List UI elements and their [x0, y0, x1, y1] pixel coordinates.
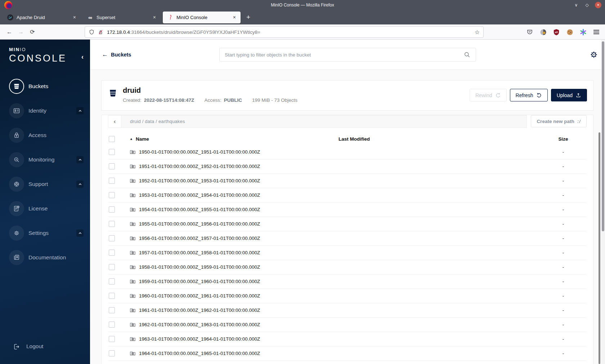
- table-row[interactable]: 1962-01-01T00:00:00.000Z_1963-01-01T00:0…: [108, 317, 587, 332]
- privacy-extension-icon[interactable]: [539, 28, 547, 36]
- tracking-shield-icon[interactable]: [89, 29, 95, 35]
- folder-icon: [130, 293, 136, 299]
- search-icon: [463, 51, 471, 58]
- url-text[interactable]: 172.18.0.4:31664/buckets/druid/browse/ZG…: [107, 29, 475, 35]
- folder-icon: [130, 163, 136, 169]
- sidebar-item-settings[interactable]: Settings: [9, 226, 84, 241]
- sort-ascending-icon[interactable]: ▲: [130, 137, 133, 141]
- tab-apache-druid[interactable]: Apache Druid ×: [3, 12, 81, 23]
- book-icon: [13, 254, 20, 261]
- folder-icon: [130, 149, 136, 155]
- column-size[interactable]: Size: [540, 136, 587, 142]
- table-row[interactable]: 1960-01-01T00:00:00.000Z_1961-01-01T00:0…: [108, 288, 587, 303]
- table-row[interactable]: 1961-01-01T00:00:00.000Z_1962-01-01T00:0…: [108, 303, 587, 317]
- bookmark-star-icon[interactable]: ☆: [475, 29, 480, 36]
- browser-reload-icon[interactable]: ⟳: [27, 28, 38, 35]
- window-minimize-icon[interactable]: ∨: [573, 3, 579, 8]
- row-checkbox[interactable]: [109, 264, 115, 270]
- row-checkbox[interactable]: [109, 336, 115, 342]
- column-last-modified[interactable]: Last Modified: [339, 136, 540, 142]
- sidebar-item-documentation[interactable]: Documentation: [9, 250, 84, 265]
- tab-close-icon[interactable]: ×: [232, 14, 237, 20]
- table-row[interactable]: 1957-01-01T00:00:00.000Z_1958-01-01T00:0…: [108, 245, 587, 260]
- chevron-up-icon[interactable]: [76, 181, 84, 188]
- rewind-button[interactable]: Rewind: [470, 89, 507, 101]
- table-row[interactable]: 1956-01-01T00:00:00.000Z_1957-01-01T00:0…: [108, 231, 587, 245]
- table-scrollbar-thumb[interactable]: [599, 132, 600, 364]
- chevron-up-icon[interactable]: [76, 107, 84, 114]
- table-row[interactable]: 1954-01-01T00:00:00.000Z_1955-01-01T00:0…: [108, 202, 587, 217]
- row-checkbox[interactable]: [109, 350, 115, 356]
- back-arrow-icon: ←: [102, 51, 108, 58]
- sidebar-item-monitoring[interactable]: Monitoring: [9, 152, 84, 167]
- column-name[interactable]: Name: [136, 136, 149, 142]
- ublock-origin-icon[interactable]: uO: [553, 28, 560, 36]
- window-close-icon[interactable]: ×: [595, 2, 601, 8]
- pocket-icon[interactable]: [526, 28, 533, 36]
- upload-button[interactable]: Upload: [551, 89, 587, 101]
- search-input[interactable]: [225, 52, 463, 58]
- table-row[interactable]: 1952-01-01T00:00:00.000Z_1953-01-01T00:0…: [108, 173, 587, 188]
- tab-close-icon[interactable]: ×: [152, 14, 157, 20]
- table-row[interactable]: 1964-01-01T00:00:00.000Z_1965-01-01T00:0…: [108, 346, 587, 360]
- table-row[interactable]: 1958-01-01T00:00:00.000Z_1959-01-01T00:0…: [108, 260, 587, 274]
- collapse-sidebar-icon[interactable]: ‹: [81, 53, 84, 61]
- row-checkbox[interactable]: [109, 322, 115, 328]
- asterisk-extension-icon[interactable]: [579, 28, 587, 36]
- window-maximize-icon[interactable]: ◇: [584, 3, 590, 8]
- row-checkbox[interactable]: [109, 293, 115, 299]
- table-row[interactable]: 1955-01-01T00:00:00.000Z_1956-01-01T00:0…: [108, 217, 587, 231]
- browser-forward-icon[interactable]: →: [15, 29, 27, 35]
- sidebar-item-identity[interactable]: Identity: [9, 103, 84, 118]
- row-checkbox[interactable]: [109, 178, 115, 184]
- window-title: MinIO Console — Mozilla Firefox: [0, 3, 605, 8]
- row-checkbox[interactable]: [109, 235, 115, 241]
- new-tab-button[interactable]: +: [243, 13, 254, 21]
- settings-gear-icon[interactable]: [589, 50, 599, 59]
- sidebar-item-logout[interactable]: Logout: [9, 339, 84, 354]
- tab-minio-console[interactable]: MinIO Console ×: [163, 12, 241, 23]
- table-row-partial: [108, 360, 587, 364]
- sidebar-item-license[interactable]: License: [9, 201, 84, 216]
- row-checkbox[interactable]: [109, 149, 115, 155]
- folder-icon: [130, 206, 136, 213]
- tab-superset[interactable]: ∞ Superset ×: [83, 12, 161, 23]
- row-checkbox[interactable]: [109, 221, 115, 227]
- breadcrumb-path[interactable]: druid / data / earthquakes: [130, 119, 185, 124]
- browser-back-icon[interactable]: ←: [4, 29, 15, 35]
- row-checkbox[interactable]: [109, 278, 115, 285]
- table-row[interactable]: 1963-01-01T00:00:00.000Z_1964-01-01T00:0…: [108, 332, 587, 346]
- insecure-lock-icon[interactable]: [98, 29, 104, 35]
- row-checkbox[interactable]: [109, 250, 115, 256]
- table-row[interactable]: 1959-01-01T00:00:00.000Z_1960-01-01T00:0…: [108, 274, 587, 288]
- menu-hamburger-icon[interactable]: [593, 28, 600, 36]
- table-body: 1950-01-01T00:00:00.000Z_1951-01-01T00:0…: [108, 145, 587, 360]
- sidebar-item-buckets[interactable]: Buckets: [9, 79, 84, 94]
- row-checkbox[interactable]: [109, 192, 115, 198]
- page-scrollbar-thumb[interactable]: [602, 41, 604, 231]
- tab-close-icon[interactable]: ×: [72, 14, 77, 20]
- object-filter-search[interactable]: [219, 48, 476, 62]
- table-row[interactable]: 1950-01-01T00:00:00.000Z_1951-01-01T00:0…: [108, 145, 587, 159]
- table-row[interactable]: 1953-01-01T00:00:00.000Z_1954-01-01T00:0…: [108, 188, 587, 202]
- upload-icon: [575, 92, 581, 98]
- back-to-buckets-link[interactable]: ← Buckets: [102, 51, 131, 58]
- page-scrollbar[interactable]: [601, 40, 605, 364]
- row-checkbox[interactable]: [109, 206, 115, 213]
- table-row[interactable]: 1951-01-01T00:00:00.000Z_1952-01-01T00:0…: [108, 159, 587, 173]
- sidebar-item-access[interactable]: Access: [9, 128, 84, 143]
- url-bar[interactable]: 172.18.0.4:31664/buckets/druid/browse/ZG…: [85, 26, 484, 38]
- folder-icon: [130, 264, 136, 270]
- refresh-button[interactable]: Refresh: [510, 89, 548, 101]
- row-checkbox[interactable]: [109, 307, 115, 313]
- sidebar-item-support[interactable]: Support: [9, 177, 84, 192]
- breadcrumb-back-icon[interactable]: ‹: [108, 115, 121, 127]
- chevron-up-icon[interactable]: [76, 156, 84, 163]
- bucket-stats: 199 MiB - 73 Objects: [252, 97, 297, 103]
- create-new-path-button[interactable]: Create new path :/: [531, 115, 587, 127]
- row-checkbox[interactable]: [109, 163, 115, 169]
- cookie-extension-icon[interactable]: [566, 28, 573, 36]
- select-all-checkbox[interactable]: [109, 136, 115, 142]
- chevron-up-icon[interactable]: [76, 229, 84, 237]
- bucket-icon: [108, 88, 117, 97]
